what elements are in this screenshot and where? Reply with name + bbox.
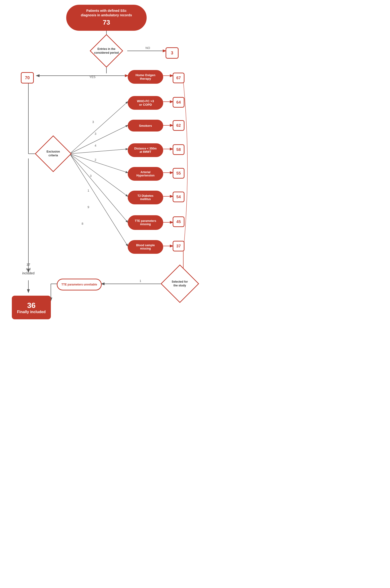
yes-value: 70	[25, 75, 30, 80]
diamond-entries: Entries in theconsidered period	[83, 42, 130, 60]
n37-value: 37	[176, 244, 181, 248]
diamond-selected: Selected forthe study	[161, 273, 199, 294]
svg-text:1: 1	[88, 189, 89, 192]
tte-missing-text: TTE parametersmissing	[135, 219, 156, 226]
svg-text:4: 4	[95, 144, 96, 147]
svg-text:1: 1	[140, 279, 141, 283]
svg-line-22	[70, 154, 128, 246]
not-included-text: 37not included	[21, 263, 36, 276]
who-fc-text: WHO-FC >3or COPD	[137, 99, 154, 106]
svg-text:9: 9	[88, 205, 89, 209]
svg-text:3: 3	[95, 132, 96, 136]
diamond-exclusion: Exclusioncriteria	[36, 144, 71, 163]
home-oxygen-text: Home Oxigentherapy	[136, 73, 155, 80]
tte-unreliable-pill: TTE parameters unreliable	[57, 279, 102, 291]
svg-line-10	[70, 102, 128, 154]
n67-value: 67	[176, 76, 181, 80]
smokers-pill: Smokers	[128, 120, 163, 132]
n55-box: 55	[173, 168, 185, 179]
finally-included-number: 36	[27, 301, 36, 310]
tte-unreliable-text: TTE parameters unreliable	[61, 283, 97, 286]
arterial-pill: ArterialHypertension	[128, 167, 163, 181]
home-oxygen-pill: Home Oxigentherapy	[128, 70, 163, 84]
top-pill: Patients with defined SSc diagnosis in a…	[66, 5, 147, 31]
no-box: 3	[166, 47, 179, 59]
arterial-text: ArterialHypertension	[137, 171, 155, 177]
n67-box: 67	[173, 73, 185, 83]
t2-diabetes-pill: T2 Diabetesmellitus	[128, 191, 163, 204]
n64-value: 64	[176, 100, 181, 105]
blood-missing-text: Blood samplemissing	[136, 244, 155, 250]
t2-diabetes-text: T2 Diabetesmellitus	[137, 194, 153, 201]
svg-text:3: 3	[92, 120, 94, 124]
svg-text:YES: YES	[89, 75, 96, 79]
flowchart: NO YES 3 3 4	[0, 0, 213, 322]
svg-line-14	[70, 149, 128, 154]
n62-box: 62	[173, 120, 185, 131]
n58-value: 58	[176, 147, 181, 152]
top-pill-number: 73	[103, 18, 110, 27]
blood-missing-pill: Blood samplemissing	[128, 240, 163, 254]
top-pill-text2: diagnosis in ambulatory records	[81, 13, 132, 18]
svg-line-20	[70, 154, 128, 222]
n55-value: 55	[176, 171, 181, 176]
svg-text:3: 3	[90, 174, 92, 178]
n54-value: 54	[176, 195, 181, 199]
distance-text: Distance < 350mat 6MWT	[134, 147, 156, 153]
svg-line-18	[70, 154, 128, 196]
svg-text:2: 2	[95, 158, 96, 161]
finally-included-label: Finally included	[17, 310, 46, 314]
n54-box: 54	[173, 192, 185, 202]
who-fc-pill: WHO-FC >3or COPD	[128, 96, 163, 110]
svg-line-12	[70, 125, 128, 154]
n62-value: 62	[176, 123, 181, 128]
svg-text:NO: NO	[146, 46, 150, 50]
smokers-text: Smokers	[139, 124, 152, 128]
n64-box: 64	[173, 97, 185, 108]
svg-line-16	[70, 154, 128, 173]
top-pill-text1: Patients with defined SSc	[86, 8, 127, 13]
svg-text:8: 8	[82, 222, 83, 225]
n45-box: 45	[173, 216, 185, 227]
yes-box: 70	[21, 72, 34, 84]
finally-included-box: 36 Finally included	[12, 296, 51, 319]
n45-value: 45	[176, 219, 181, 224]
n37-box: 37	[173, 241, 185, 251]
tte-missing-pill: TTE parametersmissing	[128, 215, 163, 230]
n58-box: 58	[173, 144, 185, 155]
no-value: 3	[171, 50, 173, 55]
distance-pill: Distance < 350mat 6MWT	[128, 143, 163, 157]
